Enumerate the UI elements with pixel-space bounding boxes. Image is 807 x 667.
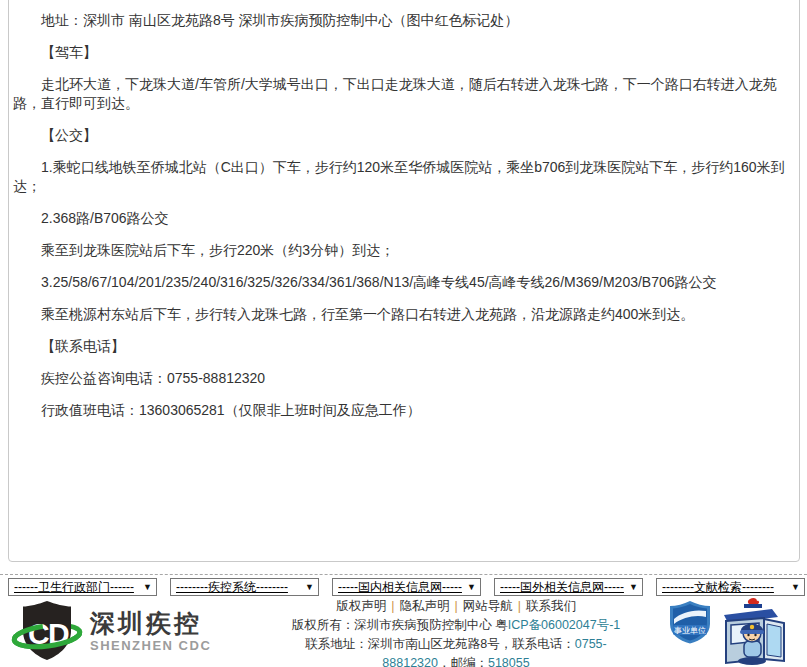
cyber-police-badge[interactable] <box>714 597 792 667</box>
dropdown-arrow-icon: ▼ <box>791 582 800 592</box>
svg-text:事业单位: 事业单位 <box>674 626 706 635</box>
footer-link-contact[interactable]: 联系我们 <box>526 599 576 613</box>
bus-route-2: 2.368路/B706路公交 <box>13 209 793 228</box>
dropdown-arrow-icon: ▼ <box>629 582 638 592</box>
driving-directions: 走北环大道，下龙珠大道/车管所/大学城号出口，下出口走龙珠大道，随后右转进入龙珠… <box>13 75 793 113</box>
footer-info: 版权声明|隐私声明|网站导航|联系我们 版权所有：深圳市疾病预防控制中心 粤IC… <box>280 597 632 667</box>
duty-phone-line: 行政值班电话：13603065281（仅限非上班时间及应急工作） <box>13 401 793 420</box>
bus-route-2-detail: 乘至到龙珠医院站后下车，步行220米（约3分钟）到达； <box>13 241 793 260</box>
bus-route-1: 1.乘蛇口线地铁至侨城北站（C出口）下车，步行约120米至华侨城医院站，乘坐b7… <box>13 158 793 196</box>
dropdown-literature-search[interactable]: --------文献检索-------- ▼ <box>656 578 805 596</box>
dropdown-domestic-info[interactable]: -----国内相关信息网----- ▼ <box>332 578 481 596</box>
cdc-footer-logo[interactable]: C D 深圳疾控 SHENZHEN CDC <box>10 599 211 663</box>
dropdown-label: -----国内相关信息网----- <box>338 579 462 596</box>
zip-code: 518055 <box>488 656 530 667</box>
logo-text: 深圳疾控 SHENZHEN CDC <box>90 610 211 653</box>
hotline-phone-line: 疾控公益咨询电话：0755-88812320 <box>13 369 793 388</box>
link-separator: | <box>454 599 457 613</box>
copyright-text: 版权所有：深圳市疾病预防控制中心 粤 <box>292 618 508 632</box>
dropdown-health-admin[interactable]: ------卫生行政部门------ ▼ <box>8 578 157 596</box>
footer-link-privacy[interactable]: 隐私声明 <box>399 599 449 613</box>
cyber-police-badge-icon <box>714 597 792 667</box>
cdc-shield-logo-icon: C D <box>10 599 84 663</box>
dropdown-label: ------卫生行政部门------ <box>14 579 134 596</box>
dropdown-cdc-system[interactable]: --------疾控系统-------- ▼ <box>170 578 319 596</box>
footer-divider <box>0 574 807 575</box>
logo-title: 深圳疾控 <box>90 610 211 637</box>
dropdown-foreign-info[interactable]: -----国外相关信息网----- ▼ <box>494 578 643 596</box>
public-institution-badge[interactable]: 事业单位 <box>668 600 712 648</box>
footer-link-dropdowns: ------卫生行政部门------ ▼ --------疾控系统-------… <box>8 578 805 596</box>
copyright-line: 版权所有：深圳市疾病预防控制中心 粤ICP备06002047号-1 <box>280 616 632 635</box>
dropdown-label: -----国外相关信息网----- <box>500 579 624 596</box>
contact-heading: 【联系电话】 <box>13 337 793 356</box>
logo-subtitle: SHENZHEN CDC <box>90 638 211 653</box>
footer-links-row: 版权声明|隐私声明|网站导航|联系我们 <box>280 597 632 616</box>
address-line: 地址：深圳市 南山区龙苑路8号 深圳市疾病预防控制中心（图中红色标记处） <box>13 11 793 30</box>
bus-route-3: 3.25/58/67/104/201/235/240/316/325/326/3… <box>13 273 793 292</box>
footer-link-sitemap[interactable]: 网站导航 <box>463 599 513 613</box>
bus-route-3-detail: 乘至桃源村东站后下车，步行转入龙珠七路，行至第一个路口右转进入龙苑路，沿龙源路走… <box>13 305 793 324</box>
zip-label: ，邮编： <box>438 656 488 667</box>
link-separator: | <box>391 599 394 613</box>
icp-number: ICP备06002047号-1 <box>508 618 621 632</box>
directions-panel: 地址：深圳市 南山区龙苑路8号 深圳市疾病预防控制中心（图中红色标记处） 【驾车… <box>8 0 800 562</box>
dropdown-label: --------文献检索-------- <box>662 579 774 596</box>
contact-line: 联系地址：深圳市南山区龙苑路8号，联系电话：0755-88812320，邮编：5… <box>280 635 632 667</box>
public-institution-badge-icon: 事业单位 <box>668 600 712 644</box>
footer-link-copyright[interactable]: 版权声明 <box>336 599 386 613</box>
dropdown-label: --------疾控系统-------- <box>176 579 288 596</box>
driving-heading: 【驾车】 <box>13 43 793 62</box>
bus-heading: 【公交】 <box>13 126 793 145</box>
dropdown-arrow-icon: ▼ <box>143 582 152 592</box>
link-separator: | <box>518 599 521 613</box>
dropdown-arrow-icon: ▼ <box>305 582 314 592</box>
contact-address: 联系地址：深圳市南山区龙苑路8号，联系电话： <box>305 637 574 651</box>
dropdown-arrow-icon: ▼ <box>467 582 476 592</box>
